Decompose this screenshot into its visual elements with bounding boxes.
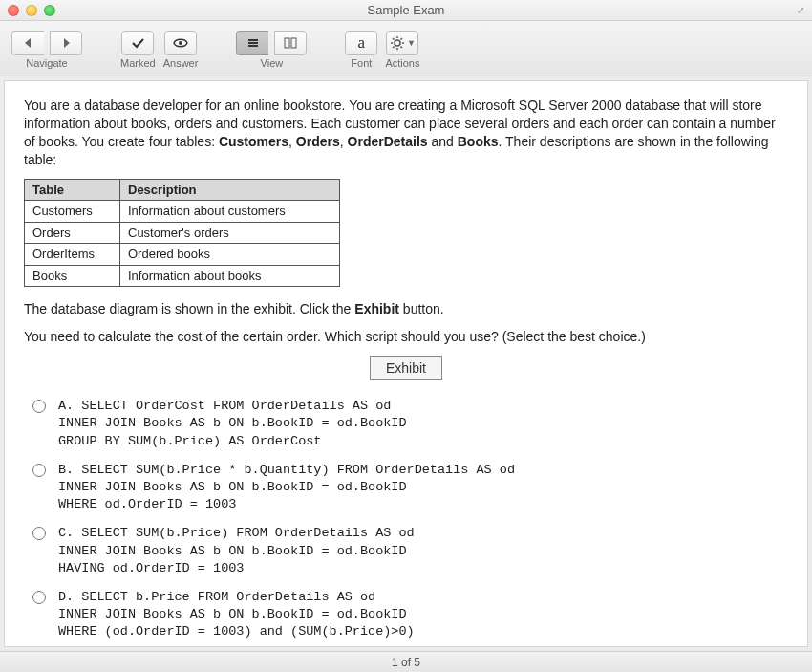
svg-line-14: [400, 38, 402, 40]
svg-line-12: [400, 46, 402, 48]
question-need: You need to calculate the cost of the ce…: [24, 328, 788, 346]
toolbar-view-label: View: [261, 57, 284, 69]
svg-rect-3: [248, 45, 258, 47]
svg-rect-2: [248, 42, 258, 44]
svg-line-11: [393, 38, 395, 40]
option-c: C. SELECT SUM(b.Price) FROM OrderDetails…: [28, 525, 788, 577]
option-b: B. SELECT SUM(b.Price * b.Quantity) FROM…: [28, 462, 788, 514]
answer-button[interactable]: [164, 31, 197, 55]
svg-point-6: [395, 40, 400, 46]
toolbar-marked-label: Marked: [120, 57, 156, 69]
table-row: CustomersInformation about customers: [25, 201, 340, 223]
option-d: D. SELECT b.Price FROM OrderDetails AS o…: [28, 589, 788, 641]
answer-options: A. SELECT OrderCost FROM OrderDetails AS…: [24, 398, 788, 641]
check-icon: [130, 35, 145, 51]
nav-forward-button[interactable]: [50, 31, 82, 55]
option-c-text: C. SELECT SUM(b.Price) FROM OrderDetails…: [58, 525, 415, 577]
svg-rect-1: [248, 39, 258, 41]
option-d-text: D. SELECT b.Price FROM OrderDetails AS o…: [58, 589, 415, 641]
toolbar-answer-label: Answer: [163, 57, 199, 69]
radio-c[interactable]: [32, 527, 46, 540]
tables-description: Table Description CustomersInformation a…: [24, 179, 340, 288]
gear-icon: [390, 35, 405, 51]
svg-rect-5: [291, 38, 296, 48]
toolbar-answer: Answer: [163, 31, 199, 69]
page-indicator: 1 of 5: [392, 656, 420, 669]
actions-button[interactable]: ▼: [386, 31, 418, 55]
radio-b[interactable]: [32, 464, 46, 477]
view-split-button[interactable]: [274, 31, 307, 55]
chevron-down-icon: ▼: [407, 38, 416, 48]
svg-point-0: [179, 41, 182, 45]
columns-icon: [283, 35, 298, 51]
view-single-button[interactable]: [236, 31, 268, 55]
table-row: OrdersCustomer's orders: [25, 222, 340, 244]
option-a: A. SELECT OrderCost FROM OrderDetails AS…: [28, 398, 788, 450]
table-row: OrderItemsOrdered books: [25, 244, 340, 266]
triangle-left-icon: [21, 35, 36, 51]
option-b-text: B. SELECT SUM(b.Price * b.Quantity) FROM…: [58, 462, 515, 514]
svg-line-13: [393, 46, 395, 48]
list-icon: [246, 35, 261, 51]
toolbar-navigate: Navigate: [11, 31, 82, 69]
toolbar-navigate-label: Navigate: [26, 57, 67, 69]
statusbar: 1 of 5: [0, 651, 812, 672]
window-title: Sample Exam: [0, 3, 812, 17]
th-description: Description: [120, 179, 340, 201]
titlebar: Sample Exam ⤢: [0, 0, 812, 21]
toolbar-actions-label: Actions: [385, 57, 419, 69]
marked-button[interactable]: [121, 31, 154, 55]
exhibit-button[interactable]: Exhibit: [370, 356, 442, 380]
content-area: You are a database developer for an onli…: [4, 80, 808, 647]
toolbar-actions: ▼ Actions: [385, 31, 419, 69]
toolbar-font: a Font: [345, 31, 377, 69]
toolbar-font-label: Font: [351, 57, 372, 69]
table-row: BooksInformation about books: [25, 265, 340, 287]
option-a-text: A. SELECT OrderCost FROM OrderDetails AS…: [58, 398, 407, 450]
radio-d[interactable]: [32, 591, 46, 604]
question-stem: You are a database developer for an onli…: [24, 97, 788, 641]
svg-rect-4: [285, 38, 289, 48]
nav-back-button[interactable]: [11, 31, 44, 55]
toolbar-view: View: [236, 31, 307, 69]
toolbar: Navigate Marked Answer View a: [0, 21, 812, 76]
radio-a[interactable]: [32, 400, 46, 413]
font-button[interactable]: a: [345, 31, 377, 55]
eye-icon: [173, 35, 188, 51]
th-table: Table: [25, 179, 120, 201]
toolbar-marked: Marked: [120, 31, 156, 69]
triangle-right-icon: [58, 35, 74, 51]
